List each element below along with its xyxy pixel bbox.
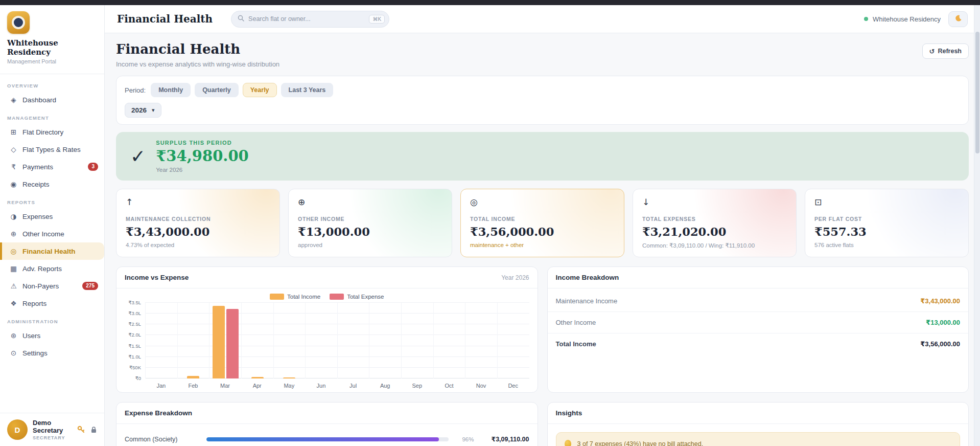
x-axis-label: Nov	[465, 383, 497, 389]
refresh-button[interactable]: ↺ Refresh	[922, 43, 969, 59]
sidebar-item-dashboard[interactable]: ◈Dashboard	[0, 91, 104, 108]
chart-column-aug	[369, 303, 401, 378]
topbar-right: Whitehouse Residency	[864, 11, 968, 27]
income-row-label: Other Income	[556, 319, 596, 326]
period-button-quarterly[interactable]: Quarterly	[195, 83, 239, 97]
insight-alert: 3 of 7 expenses (43%) have no bill attac…	[556, 432, 961, 446]
period-button-yearly[interactable]: Yearly	[243, 83, 277, 97]
diamond-icon: ◇	[10, 145, 17, 153]
x-axis-label: Feb	[177, 383, 209, 389]
search-bar[interactable]: ⌘K	[231, 11, 389, 28]
sidebar-item-non-payers[interactable]: ⚠Non-Payers275	[0, 277, 104, 295]
chart-column-jul	[337, 303, 369, 378]
sidebar-item-label: Expenses	[22, 213, 53, 220]
chart-legend: Total IncomeTotal Expense	[125, 294, 529, 300]
expense-breakdown-title: Expense Breakdown	[125, 409, 192, 417]
sidebar-item-users[interactable]: ⊛Users	[0, 327, 104, 344]
sidebar-item-label: Flat Types & Rates	[22, 146, 81, 153]
y-axis-label: ₹2.0L	[128, 332, 141, 338]
legend-label: Total Income	[287, 294, 320, 300]
sidebar-item-adv-reports[interactable]: ▦Adv. Reports	[0, 260, 104, 277]
search-shortcut: ⌘K	[369, 15, 385, 24]
brand-name: Whitehouse Residency	[7, 38, 97, 57]
bulb-icon	[565, 440, 571, 446]
bar-total-income-mar	[213, 306, 225, 378]
key-icon[interactable]	[77, 426, 85, 434]
brand-subtitle: Management Portal	[7, 58, 97, 64]
surplus-value: ₹34,980.00	[156, 147, 249, 165]
chart-column-mar	[209, 303, 241, 378]
expense-row-common-society: Common (Society)96%₹3,09,110.00	[125, 431, 529, 446]
sidebar-item-settings[interactable]: ⊙Settings	[0, 344, 104, 362]
stat-value: ₹3,43,000.00	[126, 225, 270, 238]
chart-column-dec	[497, 303, 529, 378]
arrow-up-icon: ↑	[126, 197, 270, 207]
stat-caption: 576 active flats	[814, 242, 959, 248]
y-axis-label: ₹1.5L	[128, 343, 141, 349]
theme-toggle-button[interactable]	[948, 11, 968, 27]
bottom-row: Expense Breakdown Common (Society)96%₹3,…	[116, 402, 969, 446]
year-select[interactable]: 2026 ▾	[125, 103, 161, 118]
nav-section-label: REPORTS	[0, 193, 104, 208]
income-breakdown-title: Income Breakdown	[556, 274, 619, 281]
x-axis-label: Oct	[433, 383, 465, 389]
plot-area	[145, 303, 529, 378]
income-row-maintenance-income: Maintenance Income₹3,43,000.00	[548, 291, 969, 312]
surplus-label: SURPLUS THIS PERIOD	[156, 140, 249, 146]
sidebar-item-flat-types-rates[interactable]: ◇Flat Types & Rates	[0, 141, 104, 158]
user-meta: Demo Secretary SECRETARY	[33, 419, 72, 440]
period-button-monthly[interactable]: Monthly	[151, 83, 191, 97]
stat-label: OTHER INCOME	[298, 216, 442, 222]
sidebar-item-financial-health[interactable]: ◎Financial Health	[0, 242, 104, 260]
avatar: D	[7, 419, 28, 440]
x-axis: JanFebMarAprMayJunJulAugSepOctNovDec	[145, 378, 529, 392]
sidebar-item-label: Dashboard	[22, 96, 56, 104]
refresh-icon: ↺	[929, 48, 935, 55]
grid-icon: ⊞	[10, 128, 17, 136]
period-button-last-3-years[interactable]: Last 3 Years	[281, 83, 334, 97]
stat-caption: Common: ₹3,09,110.00 / Wing: ₹11,910.00	[642, 242, 787, 249]
circle-plus-icon: ⊕	[298, 197, 442, 207]
badge: 275	[82, 282, 98, 290]
stat-value: ₹557.33	[814, 225, 959, 238]
nav-section-label: ADMINISTRATION	[0, 312, 104, 327]
target-icon: ◎	[10, 247, 17, 255]
settings-icon: ⊙	[10, 349, 17, 357]
period-label: Period:	[125, 86, 146, 94]
chart-column-oct	[433, 303, 465, 378]
surplus-caption: Year 2026	[156, 167, 249, 173]
sidebar-item-flat-directory[interactable]: ⊞Flat Directory	[0, 123, 104, 141]
expense-breakdown-rows: Common (Society)96%₹3,09,110.00Wing-spec…	[125, 431, 529, 446]
sidebar-item-reports[interactable]: ❖Reports	[0, 295, 104, 312]
y-axis: ₹0₹50K₹1.0L₹1.5L₹2.0L₹2.5L₹3.0L₹3.5L	[125, 303, 145, 378]
sidebar-item-receipts[interactable]: ◉Receipts	[0, 175, 104, 193]
user-panel[interactable]: D Demo Secretary SECRETARY	[0, 413, 104, 446]
income-row-total-income: Total Income₹3,56,000.00	[548, 333, 969, 354]
search-input[interactable]	[248, 15, 369, 23]
y-axis-label: ₹3.5L	[128, 300, 141, 305]
bar-chart: Total IncomeTotal Expense ₹0₹50K₹1.0L₹1.…	[116, 288, 538, 392]
stat-card-total-expenses: ↓TOTAL EXPENSES₹3,21,020.00Common: ₹3,09…	[633, 189, 797, 257]
sidebar-item-expenses[interactable]: ◑Expenses	[0, 208, 104, 225]
legend-label: Total Expense	[347, 294, 384, 300]
user-name: Demo Secretary	[33, 419, 72, 434]
scrollbar-thumb[interactable]	[975, 32, 979, 153]
sidebar-item-label: Adv. Reports	[22, 265, 62, 273]
nav-section-label: OVERVIEW	[0, 76, 104, 91]
income-row-label: Maintenance Income	[556, 297, 618, 305]
period-buttons: MonthlyQuarterlyYearlyLast 3 Years	[151, 83, 333, 97]
scrollbar-track[interactable]	[974, 5, 980, 446]
income-row-value: ₹13,000.00	[926, 319, 960, 326]
legend-swatch	[270, 294, 284, 300]
sidebar-item-payments[interactable]: ₹Payments3	[0, 158, 104, 175]
sidebar-item-label: Settings	[22, 349, 48, 357]
reports-icon: ❖	[10, 299, 17, 307]
stats-row: ↑MAINTENANCE COLLECTION₹3,43,000.004.73%…	[116, 189, 969, 257]
user-role: SECRETARY	[33, 435, 72, 440]
stat-caption: maintenance + other	[470, 242, 615, 248]
moon-icon	[954, 14, 962, 24]
y-axis-label: ₹1.0L	[128, 354, 141, 360]
nav-section-label: MANAGEMENT	[0, 108, 104, 123]
sidebar-item-other-income[interactable]: ⊕Other Income	[0, 225, 104, 242]
lock-icon[interactable]	[90, 426, 97, 433]
